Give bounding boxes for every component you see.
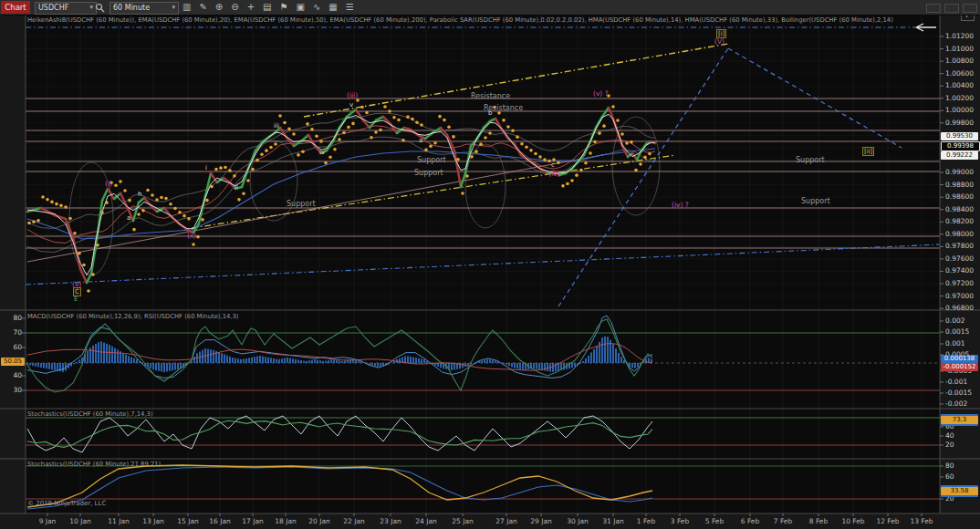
window-buttons — [926, 4, 977, 13]
interval-dropdown[interactable]: 60 Minute ▾ — [109, 2, 179, 15]
stoch2-panel-label: Stochastics(USDCHF (60 Minute),21,89,21) — [27, 461, 161, 468]
zoom-in-icon[interactable]: ⊕ — [215, 0, 223, 15]
polyline-icon[interactable]: ∿ — [313, 0, 320, 15]
tab-chart[interactable]: Chart — [1, 1, 30, 14]
close-button[interactable] — [963, 4, 977, 13]
page-icon[interactable]: ▤ — [263, 0, 271, 15]
instrument-dropdown[interactable]: USDCHF ▾ — [35, 2, 97, 15]
grid-icon[interactable]: ▦ — [328, 0, 337, 15]
flag-note-icon[interactable]: ⚑ — [279, 0, 287, 15]
copyright: © 2019 NinjaTrader, LLC — [27, 500, 106, 507]
list-icon[interactable]: ☰ — [346, 0, 354, 15]
toolbar-icons: ▥✎⊕⊖+▤⚑▣∿▦☰ — [182, 0, 354, 15]
chart-canvas[interactable] — [0, 0, 980, 529]
instrument-value: USDCHF — [38, 4, 68, 12]
ninjatrader-chart-window: Chart USDCHF ▾ 60 Minute ▾ ▥✎⊕⊖+▤⚑▣∿▦☰ H… — [0, 0, 980, 529]
snapshot-icon[interactable]: ▣ — [296, 0, 304, 15]
pencil-draw-icon[interactable]: ✎ — [199, 0, 206, 15]
crosshair-icon[interactable]: + — [247, 0, 255, 15]
macd-panel-label: MACD(USDCHF (60 Minute),12,26,9); RSI(US… — [27, 313, 238, 320]
minimize-button[interactable] — [926, 4, 941, 13]
stoch1-panel-label: Stochastics(USDCHF (60 Minute),7,14,3) — [27, 410, 153, 418]
search-icon[interactable] — [95, 3, 105, 13]
interval-value: 60 Minute — [113, 4, 150, 12]
chevron-down-icon: ▾ — [89, 3, 93, 13]
bar-chart-icon[interactable]: ▥ — [182, 0, 191, 15]
maximize-button[interactable] — [944, 4, 959, 13]
chart-toolbar: Chart USDCHF ▾ 60 Minute ▾ ▥✎⊕⊖+▤⚑▣∿▦☰ — [0, 0, 980, 16]
indicator-summary: HeikenAshi8(USDCHF (60 Minute)), EMA(USD… — [27, 16, 935, 24]
chevron-down-icon: ▾ — [172, 3, 175, 13]
zoom-out-icon[interactable]: ⊖ — [231, 0, 238, 15]
